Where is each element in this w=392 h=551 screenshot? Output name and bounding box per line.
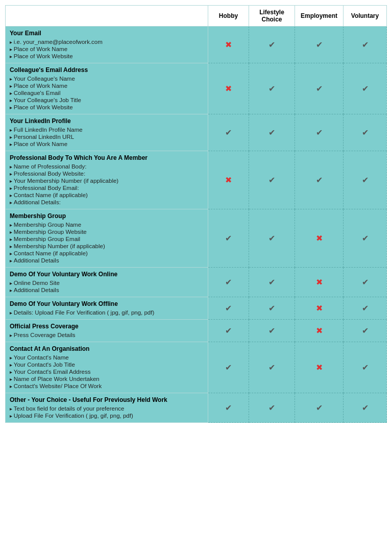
list-item: Your Colleague's Name — [10, 75, 204, 82]
hobby-cell-other-choice: ✔ — [208, 393, 249, 423]
employment-cell-contact-organisation: ✖ — [295, 342, 344, 393]
list-item: Place of Work Website — [10, 53, 204, 60]
hobby-cell-linkedin: ✔ — [208, 114, 249, 151]
hobby-cell-your-email: ✖ — [208, 27, 249, 63]
employment-cell-other-choice: ✔ — [295, 393, 344, 423]
category-cell-contact-organisation: Contact At An OrganisationYour Contact's… — [6, 342, 208, 393]
list-item: Additional Details: — [10, 199, 204, 206]
voluntary-cell-press-coverage: ✔ — [344, 320, 387, 342]
category-cell-your-email: Your Emaili.e. your_name@placeofwork.com… — [6, 27, 208, 63]
lifestyle-cell-professional-body: ✔ — [249, 151, 295, 209]
table-row: Official Press CoveragePress Coverage De… — [6, 320, 387, 342]
list-item: Place of Work Name — [10, 45, 204, 53]
list-item: Your Membership Number (if applicable) — [10, 177, 204, 184]
table-row: Your LinkedIn ProfileFull LinkedIn Profi… — [6, 114, 387, 151]
list-item: Details: Upload File For Verification ( … — [10, 309, 204, 316]
table-row: Demo Of Your Voluntary Work OnlineOnline… — [6, 268, 387, 297]
hobby-cell-contact-organisation: ✔ — [208, 342, 249, 393]
voluntary-cell-other-choice: ✔ — [344, 393, 387, 423]
list-item: Place of Work Website — [10, 104, 204, 111]
hobby-cell-professional-body: ✖ — [208, 151, 249, 209]
list-item: Press Coverage Details — [10, 331, 204, 339]
lifestyle-cell-contact-organisation: ✔ — [249, 342, 295, 393]
lifestyle-cell-demo-offline: ✔ — [249, 297, 295, 320]
list-item: Your Colleague's Job Title — [10, 97, 204, 104]
category-cell-colleagues-email: Colleague's Email AddressYour Colleague'… — [6, 63, 208, 114]
lifestyle-cell-membership-group: ✔ — [249, 209, 295, 268]
employment-cell-demo-online: ✖ — [295, 268, 344, 297]
list-item: Professional Body Website: — [10, 170, 204, 177]
category-cell-professional-body: Professional Body To Which You Are A Mem… — [6, 151, 208, 209]
table-row: Membership GroupMembership Group NameMem… — [6, 209, 387, 268]
employment-cell-colleagues-email: ✔ — [295, 63, 344, 114]
employment-cell-membership-group: ✖ — [295, 209, 344, 268]
list-item: Full LinkedIn Profile Name — [10, 126, 204, 133]
list-item: Professional Body Email: — [10, 184, 204, 191]
list-item: Additional Details — [10, 257, 204, 264]
lifestyle-cell-linkedin: ✔ — [249, 114, 295, 151]
list-item: Online Demo Site — [10, 279, 204, 286]
employment-cell-demo-offline: ✖ — [295, 297, 344, 320]
voluntary-cell-membership-group: ✔ — [344, 209, 387, 268]
voluntary-cell-demo-online: ✔ — [344, 268, 387, 297]
list-item: Place of Work Name — [10, 140, 204, 148]
row-title-demo-online: Demo Of Your Voluntary Work Online — [10, 271, 204, 278]
row-title-colleagues-email: Colleague's Email Address — [10, 66, 204, 74]
table-row: Professional Body To Which You Are A Mem… — [6, 151, 387, 209]
list-item: Contact's Website/ Place Of Work — [10, 382, 204, 390]
category-cell-membership-group: Membership GroupMembership Group NameMem… — [6, 209, 208, 268]
lifestyle-cell-demo-online: ✔ — [249, 268, 295, 297]
voluntary-cell-contact-organisation: ✔ — [344, 342, 387, 393]
employment-cell-linkedin: ✔ — [295, 114, 344, 151]
list-item: i.e. your_name@placeofwork.com — [10, 38, 204, 45]
voluntary-cell-your-email: ✔ — [344, 27, 387, 63]
list-item: Contact Name (if applicable) — [10, 250, 204, 257]
category-cell-other-choice: Other - Your Choice - Useful For Previou… — [6, 393, 208, 423]
hobby-cell-press-coverage: ✔ — [208, 320, 249, 342]
list-item: Place of Work Name — [10, 82, 204, 89]
lifestyle-cell-colleagues-email: ✔ — [249, 63, 295, 114]
col-header-voluntary: Voluntary — [344, 6, 387, 27]
voluntary-cell-professional-body: ✔ — [344, 151, 387, 209]
list-item: Text box field for details of your prefe… — [10, 405, 204, 412]
col-header-hobby: Hobby — [208, 6, 249, 27]
list-item: Membership Number (if applicable) — [10, 243, 204, 250]
list-item: Personal LinkedIn URL — [10, 133, 204, 140]
col-header-lifestyle: Lifestyle Choice — [249, 6, 295, 27]
list-item: Your Contact's Job Title — [10, 361, 204, 368]
col-header-employment: Employment — [295, 6, 344, 27]
lifestyle-cell-your-email: ✔ — [249, 27, 295, 63]
employment-cell-professional-body: ✔ — [295, 151, 344, 209]
lifestyle-cell-press-coverage: ✔ — [249, 320, 295, 342]
list-item: Membership Group Website — [10, 228, 204, 235]
table-row: Contact At An OrganisationYour Contact's… — [6, 342, 387, 393]
employment-cell-your-email: ✔ — [295, 27, 344, 63]
list-item: Your Contact's Name — [10, 354, 204, 361]
list-item: Additional Details — [10, 286, 204, 294]
table-row: Your Emaili.e. your_name@placeofwork.com… — [6, 27, 387, 63]
category-cell-demo-offline: Demo Of Your Voluntary Work OfflineDetai… — [6, 297, 208, 320]
voluntary-cell-demo-offline: ✔ — [344, 297, 387, 320]
employment-cell-press-coverage: ✖ — [295, 320, 344, 342]
category-cell-demo-online: Demo Of Your Voluntary Work OnlineOnline… — [6, 268, 208, 297]
list-item: Colleague's Email — [10, 89, 204, 97]
voluntary-cell-colleagues-email: ✔ — [344, 63, 387, 114]
main-table: Hobby Lifestyle Choice Employment Volunt… — [5, 5, 387, 423]
row-title-linkedin: Your LinkedIn Profile — [10, 117, 204, 125]
list-item: Membership Group Email — [10, 235, 204, 243]
lifestyle-cell-other-choice: ✔ — [249, 393, 295, 423]
list-item: Membership Group Name — [10, 221, 204, 228]
list-item: Name of Professional Body: — [10, 163, 204, 170]
hobby-cell-demo-online: ✔ — [208, 268, 249, 297]
table-row: Other - Your Choice - Useful For Previou… — [6, 393, 387, 423]
list-item: Your Contact's Email Address — [10, 368, 204, 375]
category-cell-linkedin: Your LinkedIn ProfileFull LinkedIn Profi… — [6, 114, 208, 151]
col-header-category — [6, 6, 208, 27]
table-row: Colleague's Email AddressYour Colleague'… — [6, 63, 387, 114]
row-title-contact-organisation: Contact At An Organisation — [10, 345, 204, 352]
row-title-professional-body: Professional Body To Which You Are A Mem… — [10, 154, 204, 161]
voluntary-cell-linkedin: ✔ — [344, 114, 387, 151]
row-title-other-choice: Other - Your Choice - Useful For Previou… — [10, 396, 204, 403]
list-item: Name of Place Work Undertaken — [10, 375, 204, 382]
category-cell-press-coverage: Official Press CoveragePress Coverage De… — [6, 320, 208, 342]
